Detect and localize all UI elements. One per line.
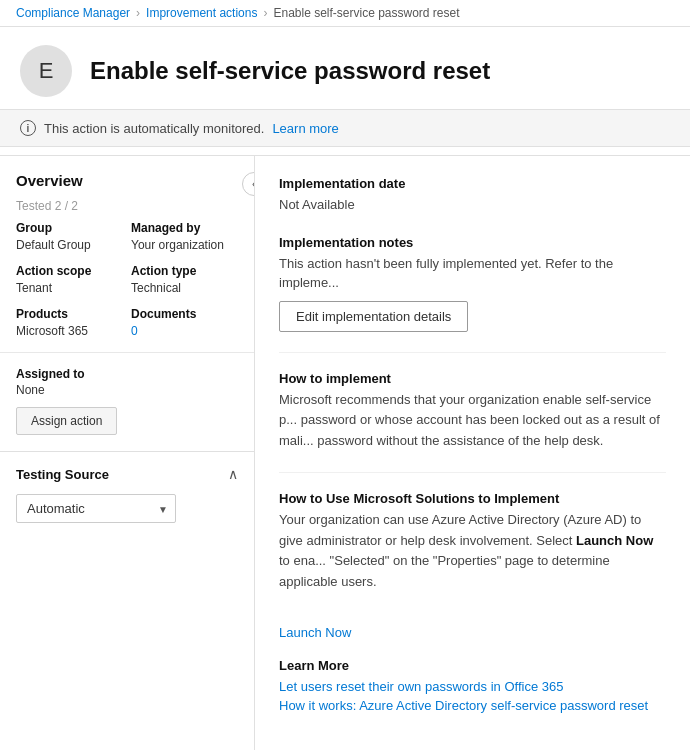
section-divider-2: [279, 472, 666, 473]
avatar: E: [20, 45, 72, 97]
overview-title: Overview: [16, 172, 238, 189]
testing-source-section: Testing Source ∧ Automatic Manual ▼: [0, 451, 254, 537]
testing-source-collapse-icon[interactable]: ∧: [228, 466, 238, 482]
overview-item-action-scope: Action scope Tenant: [16, 264, 123, 295]
assigned-to-value: None: [16, 383, 238, 397]
testing-source-title: Testing Source: [16, 467, 109, 482]
breadcrumb-item-2[interactable]: Improvement actions: [146, 6, 257, 20]
overview-action-scope-label: Action scope: [16, 264, 123, 278]
overview-managed-by-label: Managed by: [131, 221, 238, 235]
banner-text: This action is automatically monitored.: [44, 121, 264, 136]
overview-item-managed-by: Managed by Your organization: [131, 221, 238, 252]
assigned-section: Assigned to None Assign action: [0, 367, 254, 451]
how-to-implement-label: How to implement: [279, 371, 666, 386]
implementation-date-label: Implementation date: [279, 176, 666, 191]
main-layout: ‹ Overview Tested 2 / 2 Group Default Gr…: [0, 155, 690, 750]
page-title: Enable self-service password reset: [90, 57, 490, 86]
assign-action-button[interactable]: Assign action: [16, 407, 117, 435]
testing-source-header: Testing Source ∧: [16, 466, 238, 482]
overview-item-documents: Documents 0: [131, 307, 238, 338]
overview-group-label: Group: [16, 221, 123, 235]
learn-link-2[interactable]: How it works: Azure Active Directory sel…: [279, 698, 666, 713]
learn-more-label: Learn More: [279, 658, 666, 673]
overview-action-scope-value: Tenant: [16, 281, 52, 295]
overview-item-action-type: Action type Technical: [131, 264, 238, 295]
overview-section: Overview Tested 2 / 2 Group Default Grou…: [0, 156, 254, 338]
overview-action-type-label: Action type: [131, 264, 238, 278]
implementation-date-value: Not Available: [279, 195, 666, 215]
how-to-implement-text: Microsoft recommends that your organizat…: [279, 390, 666, 452]
edit-implementation-details-button[interactable]: Edit implementation details: [279, 301, 468, 332]
overview-documents-link[interactable]: 0: [131, 324, 138, 338]
testing-source-select[interactable]: Automatic Manual: [16, 494, 176, 523]
info-banner: i This action is automatically monitored…: [0, 109, 690, 147]
learn-more-section: Learn More Let users reset their own pas…: [279, 658, 666, 713]
implementation-notes-section: Implementation notes This action hasn't …: [279, 235, 666, 332]
breadcrumb-item-1[interactable]: Compliance Manager: [16, 6, 130, 20]
implementation-notes-label: Implementation notes: [279, 235, 666, 250]
overview-grid: Group Default Group Managed by Your orga…: [16, 221, 238, 338]
overview-divider: [0, 352, 254, 353]
launch-now-link[interactable]: Launch Now: [279, 625, 351, 640]
breadcrumb-sep-1: ›: [136, 6, 140, 20]
overview-group-value: Default Group: [16, 238, 91, 252]
left-panel: ‹ Overview Tested 2 / 2 Group Default Gr…: [0, 156, 255, 750]
breadcrumb: Compliance Manager › Improvement actions…: [0, 0, 690, 27]
how-to-ms-bold: Launch Now: [576, 533, 653, 548]
testing-source-dropdown-wrapper: Automatic Manual ▼: [16, 494, 176, 523]
page-header: E Enable self-service password reset: [0, 27, 690, 109]
how-to-ms-text: Your organization can use Azure Active D…: [279, 510, 666, 593]
overview-action-type-value: Technical: [131, 281, 181, 295]
implementation-date-section: Implementation date Not Available: [279, 176, 666, 215]
overview-documents-label: Documents: [131, 307, 238, 321]
how-to-ms-section: How to Use Microsoft Solutions to Implem…: [279, 491, 666, 593]
info-icon: i: [20, 120, 36, 136]
overview-item-products: Products Microsoft 365: [16, 307, 123, 338]
breadcrumb-sep-2: ›: [263, 6, 267, 20]
overview-products-value: Microsoft 365: [16, 324, 88, 338]
how-to-ms-text-after: to ena... "Selected" on the "Properties"…: [279, 553, 610, 589]
overview-item-group: Group Default Group: [16, 221, 123, 252]
breadcrumb-item-3: Enable self-service password reset: [273, 6, 459, 20]
section-divider-1: [279, 352, 666, 353]
overview-products-label: Products: [16, 307, 123, 321]
overview-managed-by-value: Your organization: [131, 238, 224, 252]
assigned-to-label: Assigned to: [16, 367, 238, 381]
learn-link-1[interactable]: Let users reset their own passwords in O…: [279, 679, 666, 694]
how-to-implement-section: How to implement Microsoft recommends th…: [279, 371, 666, 452]
banner-learn-more-link[interactable]: Learn more: [272, 121, 338, 136]
how-to-ms-label: How to Use Microsoft Solutions to Implem…: [279, 491, 666, 506]
right-panel: Implementation date Not Available Implem…: [255, 156, 690, 750]
overview-tested-row: Tested 2 / 2: [16, 199, 238, 213]
implementation-notes-value: This action hasn't been fully implemente…: [279, 254, 666, 293]
